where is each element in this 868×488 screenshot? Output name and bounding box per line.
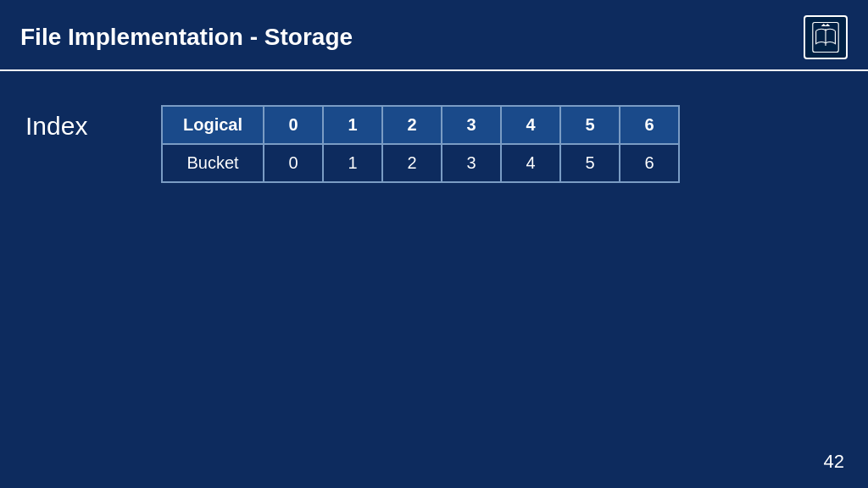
slide-header: File Implementation - Storage: [0, 0, 868, 71]
page-number: 42: [824, 451, 844, 473]
table: Logical 0 1 2 3 4 5 6 Bucket 0 1 2 3 4: [161, 105, 680, 183]
table-header-col-6: 6: [620, 106, 679, 144]
table-body-col-3: 3: [442, 144, 501, 182]
table-header: Logical 0 1 2 3 4 5 6: [162, 106, 679, 144]
table-body-col-4: 4: [501, 144, 560, 182]
slide-content: Index Logical 0 1 2 3 4 5 6 Bucket 0: [0, 71, 868, 208]
table-body-col-6: 6: [620, 144, 679, 182]
table-body-col-1: 1: [323, 144, 382, 182]
table-header-row: Logical 0 1 2 3 4 5 6: [162, 106, 679, 144]
table-body-row: Bucket 0 1 2 3 4 5 6: [162, 144, 679, 182]
table-body-col-0: 0: [264, 144, 323, 182]
table-header-row-label: Logical: [162, 106, 264, 144]
ubc-logo-icon: [810, 21, 842, 53]
table-header-col-3: 3: [442, 106, 501, 144]
table-header-col-1: 1: [323, 106, 382, 144]
table-header-col-4: 4: [501, 106, 560, 144]
table-header-col-0: 0: [264, 106, 323, 144]
ubc-logo: [804, 15, 848, 59]
index-label: Index: [25, 105, 127, 141]
table-body: Bucket 0 1 2 3 4 5 6: [162, 144, 679, 182]
table-body-col-2: 2: [382, 144, 442, 182]
slide-title: File Implementation - Storage: [20, 24, 353, 51]
logical-bucket-table: Logical 0 1 2 3 4 5 6 Bucket 0 1 2 3 4: [161, 105, 680, 183]
table-body-col-5: 5: [560, 144, 620, 182]
table-header-col-5: 5: [560, 106, 620, 144]
table-body-row-label: Bucket: [162, 144, 264, 182]
table-header-col-2: 2: [382, 106, 442, 144]
